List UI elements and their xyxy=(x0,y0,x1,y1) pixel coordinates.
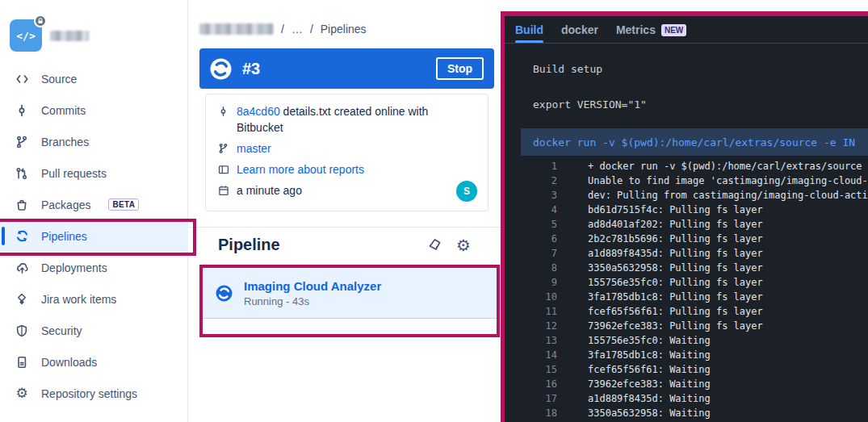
sidebar-item-repository-settings[interactable]: ⚙ Repository settings xyxy=(0,378,188,409)
reports-link[interactable]: Learn more about reports xyxy=(237,161,364,178)
log-line: 5ad8d401af202: Pulling fs layer xyxy=(505,217,868,232)
log-command-highlighted[interactable]: docker run -v $(pwd):/home/carl/extras/s… xyxy=(521,128,868,156)
line-number: 10 xyxy=(505,290,557,304)
log-line: 9155756e35fc0: Pulling fs layer xyxy=(505,275,868,290)
line-number: 15 xyxy=(505,362,557,377)
reports-row: Learn more about reports xyxy=(217,161,476,178)
sidebar-item-security[interactable]: Security xyxy=(0,315,188,346)
tab-build[interactable]: Build xyxy=(515,23,543,43)
user-avatar[interactable]: S xyxy=(456,181,477,202)
commit-card: 8a4cd60 details.txt created online with … xyxy=(205,94,489,211)
sidebar-item-label: Packages xyxy=(41,198,90,211)
lock-icon xyxy=(34,15,47,27)
branch-icon xyxy=(15,136,29,148)
breadcrumb-ellipsis-button[interactable]: … xyxy=(291,23,303,36)
sidebar-item-packages[interactable]: Packages BETA xyxy=(0,189,188,220)
breadcrumb-current[interactable]: Pipelines xyxy=(321,23,367,36)
build-header: #3 Stop xyxy=(199,48,494,89)
line-number: 2 xyxy=(505,173,557,188)
sidebar-item-pipelines[interactable]: Pipelines xyxy=(0,220,188,252)
branch-row: master xyxy=(217,140,476,157)
line-text: 155756e35fc0: Waiting xyxy=(557,333,711,348)
log-line: 83350a5632958: Pulling fs layer xyxy=(505,261,868,275)
commit-message: 8a4cd60 details.txt created online with … xyxy=(237,103,467,136)
branch-icon xyxy=(217,140,229,154)
jira-icon xyxy=(15,293,29,306)
commit-icon xyxy=(217,103,229,117)
bitbucket-pipelines-page: </> Source Commits xyxy=(0,0,868,422)
sidebar-item-deployments[interactable]: Deployments xyxy=(0,252,188,283)
shield-icon xyxy=(15,324,29,337)
pipeline-step-imaging-cloud-analyzer[interactable]: Imaging Cloud Analyzer Running - 43s xyxy=(203,268,497,319)
calendar-icon xyxy=(217,182,229,196)
line-number: 8 xyxy=(505,261,557,275)
log-line: 15fcef65f56f61: Waiting xyxy=(505,362,868,377)
log-line: 3dev: Pulling from castimaging/imaging-c… xyxy=(505,188,868,203)
package-icon xyxy=(15,198,29,211)
line-text: 2b2c781b5696: Pulling fs layer xyxy=(557,232,763,246)
pipelines-icon xyxy=(15,229,29,243)
sidebar-item-label: Jira work items xyxy=(41,293,116,306)
sidebar-item-jira-work-items[interactable]: Jira work items xyxy=(0,283,188,315)
sidebar-item-pull-requests[interactable]: Pull requests xyxy=(0,157,188,189)
line-text: 3350a5632958: Pulling fs layer xyxy=(557,261,763,275)
pull-request-icon xyxy=(15,167,29,180)
stop-button[interactable]: Stop xyxy=(436,57,484,80)
line-text: a1d889f8435d: Pulling fs layer xyxy=(557,246,763,261)
line-number: 12 xyxy=(505,319,557,333)
new-badge: NEW xyxy=(661,24,686,36)
sidebar: </> Source Commits xyxy=(0,0,188,422)
log-export-line: export VERSION="1" xyxy=(533,98,647,111)
pipeline-section-title: Pipeline xyxy=(218,236,280,254)
line-text: 3fa1785db1c8: Waiting xyxy=(557,348,711,362)
log-line: 1273962efce383: Pulling fs layer xyxy=(505,319,868,333)
repo-avatar-glyph: </> xyxy=(16,30,35,42)
log-tabs: Build docker MetricsNEW xyxy=(505,16,868,43)
line-text: 73962efce383: Waiting xyxy=(557,377,711,391)
line-text: 155756e35fc0: Pulling fs layer xyxy=(557,275,763,290)
sidebar-item-label: Deployments xyxy=(41,261,107,274)
tab-metrics[interactable]: MetricsNEW xyxy=(616,23,686,43)
sidebar-item-label: Branches xyxy=(41,136,89,148)
sidebar-item-branches[interactable]: Branches xyxy=(0,126,188,157)
step-running-spinner-icon xyxy=(216,285,233,302)
sidebar-item-source[interactable]: Source xyxy=(0,63,188,94)
commit-hash-link[interactable]: 8a4cd60 xyxy=(237,105,280,118)
label-tag-icon[interactable] xyxy=(426,237,442,253)
commit-icon xyxy=(15,104,29,117)
pipeline-settings-gear-icon[interactable]: ⚙ xyxy=(456,237,471,253)
tab-metrics-label: Metrics xyxy=(616,23,656,36)
branch-link[interactable]: master xyxy=(237,140,271,157)
tab-docker[interactable]: docker xyxy=(561,23,598,43)
line-number: 6 xyxy=(505,232,557,246)
line-number: 13 xyxy=(505,333,557,348)
log-lines: 1+ docker run -v $(pwd):/home/carl/extra… xyxy=(505,159,868,420)
pipeline-step-card: Imaging Cloud Analyzer Running - 43s xyxy=(203,268,497,334)
build-log-panel: Build docker MetricsNEW Build setup expo… xyxy=(501,11,868,422)
repo-avatar[interactable]: </> xyxy=(10,19,42,52)
log-line: 183350a5632958: Waiting xyxy=(505,406,868,420)
line-number: 16 xyxy=(505,377,557,391)
line-text: 3fa1785db1c8: Pulling fs layer xyxy=(557,290,763,304)
sidebar-item-label: Downloads xyxy=(41,356,97,369)
breadcrumb-workspace-blurred[interactable] xyxy=(199,23,274,35)
log-build-setup[interactable]: Build setup xyxy=(533,63,602,75)
repo-header[interactable]: </> xyxy=(10,19,89,52)
pipeline-status-spinner-icon xyxy=(210,58,232,80)
repo-name-blurred xyxy=(50,31,89,41)
line-text: Unable to find image 'castimaging/imagin… xyxy=(557,173,868,188)
line-text: bd61d7515f4c: Pulling fs layer xyxy=(557,203,763,217)
log-line: 13155756e35fc0: Waiting xyxy=(505,333,868,348)
sidebar-item-commits[interactable]: Commits xyxy=(0,94,188,126)
line-text: dev: Pulling from castimaging/imaging-cl… xyxy=(557,188,868,203)
sidebar-item-downloads[interactable]: Downloads xyxy=(0,346,188,378)
line-text: + docker run -v $(pwd):/home/carl/extras… xyxy=(557,159,868,173)
line-number: 3 xyxy=(505,188,557,203)
report-layout-icon xyxy=(217,161,229,175)
pipeline-actions: ⚙ xyxy=(426,237,471,253)
sidebar-item-label: Pipelines xyxy=(41,230,87,243)
line-text: a1d889f8435d: Waiting xyxy=(557,391,711,406)
line-text: 73962efce383: Pulling fs layer xyxy=(557,319,763,333)
build-number: #3 xyxy=(242,60,260,78)
sidebar-item-label: Source xyxy=(41,73,77,86)
